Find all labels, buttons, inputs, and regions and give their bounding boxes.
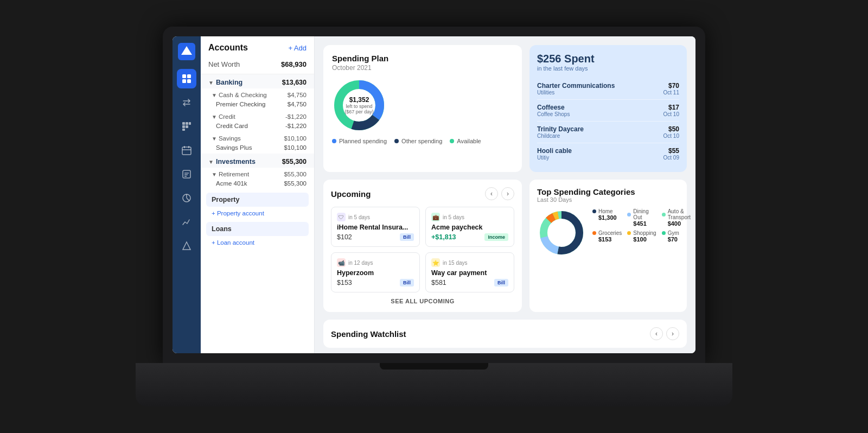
cat-dining: Dining Out $451	[627, 208, 656, 227]
upcoming-item-0-name: iHome Rental Insura...	[337, 224, 414, 231]
investments-value: $55,300	[282, 158, 307, 165]
upcoming-item-2-amount: $153	[337, 279, 352, 286]
spending-plan-title: Spending Plan	[332, 54, 513, 63]
upcoming-item-2-name: Hyperzoom	[337, 269, 414, 277]
svg-point-25	[551, 222, 572, 243]
premier-checking-value: $4,750	[288, 101, 307, 107]
upcoming-item-3-timing: ⭐ in 15 days	[431, 258, 508, 267]
cat-gym-amount: $70	[662, 236, 691, 243]
credit-card-item[interactable]: Credit Card -$1,220	[201, 121, 314, 131]
spent-item-1-amount: $17	[663, 104, 679, 111]
nav-budget[interactable]	[177, 236, 196, 256]
upcoming-item-0[interactable]: 🛡 in 5 days iHome Rental Insura... $102 …	[331, 207, 420, 247]
cat-groceries: Groceries $153	[592, 230, 622, 243]
upcoming-item-0-timing: 🛡 in 5 days	[337, 213, 414, 221]
watchlist-next-arrow[interactable]: ›	[666, 327, 679, 340]
upcoming-item-1[interactable]: 💼 in 5 days Acme paycheck +$1,813 Income	[425, 207, 514, 247]
laptop-notch	[380, 363, 488, 370]
cash-checking-header[interactable]: ▼ Cash & Checking $4,750	[201, 90, 314, 99]
donut-sub2: ($67 per day)	[344, 109, 374, 114]
net-worth-value: $68,930	[281, 60, 307, 68]
see-all-upcoming-button[interactable]: SEE ALL UPCOMING	[331, 298, 514, 304]
donut-sub1: left to spend	[344, 104, 374, 109]
nav-pie[interactable]	[177, 188, 196, 208]
acme-401k-name: Acme 401k	[216, 180, 247, 187]
upcoming-item-2-badge: Bill	[400, 279, 414, 286]
upcoming-item-1-name: Acme paycheck	[431, 224, 508, 231]
watchlist-prev-arrow[interactable]: ‹	[650, 327, 663, 340]
nav-chart[interactable]	[177, 212, 196, 232]
retirement-value: $55,300	[284, 171, 307, 177]
add-account-button[interactable]: + Add	[288, 44, 307, 52]
spent-item-0-amount: $70	[663, 82, 679, 90]
credit-header[interactable]: ▼ Credit -$1,220	[201, 111, 314, 121]
banking-value: $13,630	[282, 79, 307, 86]
add-loan-link[interactable]: + Loan account	[201, 237, 314, 248]
top-spending-body: Home $1,300 Dining Out $451 Auto & Trans…	[537, 208, 679, 257]
spent-item-2-date: Oct 10	[663, 133, 679, 139]
spent-item-1[interactable]: Coffeese Coffee Shops $17 Oct 10	[537, 100, 679, 122]
nav-calendar[interactable]	[177, 141, 196, 160]
upcoming-prev-arrow[interactable]: ‹	[485, 187, 498, 200]
upcoming-item-2[interactable]: 📹 in 12 days Hyperzoom $153 Bill	[331, 252, 420, 292]
spent-item-3-amount: $55	[663, 147, 679, 155]
retirement-header[interactable]: ▼ Retirement $55,300	[201, 169, 314, 179]
savings-plus-item[interactable]: Savings Plus $10,100	[201, 143, 314, 152]
spent-item-0[interactable]: Charter Communications Utilities $70 Oct…	[537, 78, 679, 100]
accounts-title: Accounts	[208, 43, 248, 53]
spent-item-2[interactable]: Trinity Daycare Childcare $50 Oct 10	[537, 122, 679, 143]
cat-home: Home $1,300	[592, 208, 622, 227]
svg-rect-4	[182, 79, 186, 83]
cat-groceries-amount: $153	[592, 236, 622, 243]
premier-checking-item[interactable]: Premier Checking $4,750	[201, 99, 314, 109]
nav-reports[interactable]	[177, 164, 196, 184]
top-spending-card: Top Spending Categories Last 30 Days	[529, 180, 687, 312]
spent-item-3[interactable]: Hooli cable Utitiy $55 Oct 09	[537, 143, 679, 164]
savings-chevron: ▼	[212, 136, 217, 142]
cat-home-dot	[592, 209, 596, 213]
credit-label: Credit	[219, 113, 235, 120]
watchlist-header: Spending Watchlist ‹ ›	[331, 327, 679, 340]
spent-item-0-cat: Utilities	[537, 90, 615, 95]
credit-subgroup: ▼ Credit -$1,220 Credit Card -$1,220	[201, 110, 314, 132]
donut-center: $1,352 left to spend ($67 per day)	[344, 96, 374, 114]
retirement-chevron: ▼	[212, 171, 217, 177]
svg-rect-9	[182, 125, 185, 128]
upcoming-grid: 🛡 in 5 days iHome Rental Insura... $102 …	[331, 207, 514, 292]
upcoming-nav-arrows: ‹ ›	[485, 187, 514, 200]
cat-shopping: Shopping $100	[627, 230, 656, 243]
svg-rect-13	[183, 170, 190, 178]
cat-auto-amount: $400	[662, 220, 691, 227]
cash-checking-label: Cash & Checking	[219, 92, 267, 98]
credit-chevron: ▼	[212, 114, 217, 120]
spent-item-3-cat: Utitiy	[537, 155, 572, 161]
spent-item-0-name: Charter Communications	[537, 82, 615, 90]
legend-planned-dot	[332, 139, 336, 143]
laptop-base	[136, 363, 732, 406]
cat-shopping-dot	[627, 231, 631, 235]
top-spending-donut	[537, 208, 586, 257]
legend-planned: Planned spending	[332, 138, 387, 144]
savings-label: Savings	[219, 135, 241, 142]
svg-rect-10	[186, 125, 188, 128]
legend-other: Other spending	[394, 138, 442, 144]
upcoming-item-0-icon: 🛡	[337, 213, 346, 221]
nav-transfer[interactable]	[177, 93, 196, 112]
investments-group-header[interactable]: ▼ Investments $55,300	[201, 154, 314, 168]
acme-401k-item[interactable]: Acme 401k $55,300	[201, 179, 314, 188]
cat-gym: Gym $70	[662, 230, 691, 243]
credit-card-name: Credit Card	[216, 123, 248, 129]
savings-header[interactable]: ▼ Savings $10,100	[201, 133, 314, 143]
nav-accounts-grid[interactable]	[177, 117, 196, 136]
nav-dashboard[interactable]	[177, 69, 196, 88]
credit-card-value: -$1,220	[285, 123, 307, 129]
upcoming-next-arrow[interactable]: ›	[501, 187, 514, 200]
upcoming-item-0-bottom: $102 Bill	[337, 233, 414, 241]
add-property-link[interactable]: + Property account	[201, 208, 314, 219]
banking-group-header[interactable]: ▼ Banking $13,630	[201, 74, 314, 88]
retirement-subgroup: ▼ Retirement $55,300 Acme 401k $55,300	[201, 168, 314, 189]
upcoming-title: Upcoming	[331, 189, 371, 199]
cat-auto: Auto & Transport $400	[662, 208, 691, 227]
upcoming-item-3[interactable]: ⭐ in 15 days Way car payment $581 Bill	[425, 252, 514, 292]
cat-auto-dot	[662, 213, 666, 217]
